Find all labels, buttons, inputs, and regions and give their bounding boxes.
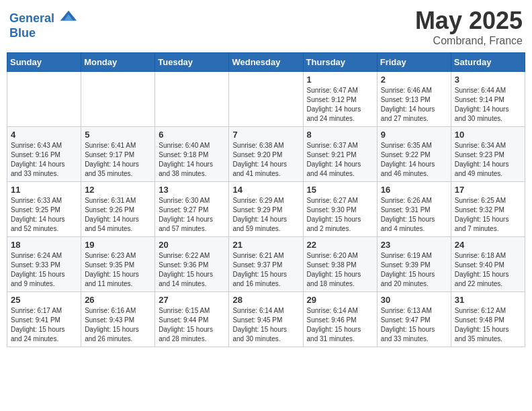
calendar-cell: 7Sunrise: 6:38 AM Sunset: 9:20 PM Daylig… <box>229 127 303 182</box>
calendar-cell: 2Sunrise: 6:46 AM Sunset: 9:13 PM Daylig… <box>377 72 451 127</box>
weekday-header-monday: Monday <box>81 53 155 72</box>
day-info: Sunrise: 6:41 AM Sunset: 9:17 PM Dayligh… <box>85 141 151 179</box>
calendar-cell: 29Sunrise: 6:14 AM Sunset: 9:46 PM Dayli… <box>303 292 377 347</box>
calendar-cell: 26Sunrise: 6:16 AM Sunset: 9:43 PM Dayli… <box>81 292 155 347</box>
calendar-week-4: 18Sunrise: 6:24 AM Sunset: 9:33 PM Dayli… <box>7 237 525 292</box>
day-info: Sunrise: 6:38 AM Sunset: 9:20 PM Dayligh… <box>232 141 299 179</box>
day-info: Sunrise: 6:34 AM Sunset: 9:23 PM Dayligh… <box>455 141 521 179</box>
day-number: 13 <box>159 185 225 195</box>
day-number: 30 <box>381 295 447 305</box>
calendar-cell: 10Sunrise: 6:34 AM Sunset: 9:23 PM Dayli… <box>451 127 525 182</box>
calendar-cell: 18Sunrise: 6:24 AM Sunset: 9:33 PM Dayli… <box>7 237 81 292</box>
calendar-cell: 8Sunrise: 6:37 AM Sunset: 9:21 PM Daylig… <box>303 127 377 182</box>
day-info: Sunrise: 6:35 AM Sunset: 9:22 PM Dayligh… <box>381 141 447 179</box>
day-number: 8 <box>307 130 373 140</box>
calendar-cell: 24Sunrise: 6:18 AM Sunset: 9:40 PM Dayli… <box>451 237 525 292</box>
day-info: Sunrise: 6:22 AM Sunset: 9:36 PM Dayligh… <box>159 251 225 289</box>
logo-icon <box>59 8 78 27</box>
day-number: 24 <box>455 240 521 250</box>
weekday-header-sunday: Sunday <box>7 53 81 72</box>
day-number: 26 <box>85 295 151 305</box>
calendar-cell: 14Sunrise: 6:29 AM Sunset: 9:29 PM Dayli… <box>229 182 303 237</box>
day-number: 12 <box>85 185 151 195</box>
calendar-cell <box>81 72 155 127</box>
day-info: Sunrise: 6:15 AM Sunset: 9:44 PM Dayligh… <box>159 306 225 344</box>
day-number: 20 <box>159 240 225 250</box>
day-info: Sunrise: 6:27 AM Sunset: 9:30 PM Dayligh… <box>307 196 373 234</box>
day-info: Sunrise: 6:20 AM Sunset: 9:38 PM Dayligh… <box>307 251 373 289</box>
day-info: Sunrise: 6:17 AM Sunset: 9:41 PM Dayligh… <box>11 306 77 344</box>
calendar-week-1: 1Sunrise: 6:47 AM Sunset: 9:12 PM Daylig… <box>7 72 525 127</box>
day-number: 16 <box>381 185 447 195</box>
day-info: Sunrise: 6:44 AM Sunset: 9:14 PM Dayligh… <box>455 86 521 124</box>
calendar-cell: 15Sunrise: 6:27 AM Sunset: 9:30 PM Dayli… <box>303 182 377 237</box>
day-info: Sunrise: 6:47 AM Sunset: 9:12 PM Dayligh… <box>307 86 373 124</box>
calendar-cell: 25Sunrise: 6:17 AM Sunset: 9:41 PM Dayli… <box>7 292 81 347</box>
day-number: 2 <box>381 75 447 85</box>
day-info: Sunrise: 6:26 AM Sunset: 9:31 PM Dayligh… <box>381 196 447 234</box>
calendar-cell: 3Sunrise: 6:44 AM Sunset: 9:14 PM Daylig… <box>451 72 525 127</box>
weekday-header-saturday: Saturday <box>451 53 525 72</box>
day-number: 22 <box>307 240 373 250</box>
calendar-cell: 30Sunrise: 6:13 AM Sunset: 9:47 PM Dayli… <box>377 292 451 347</box>
calendar-cell: 12Sunrise: 6:31 AM Sunset: 9:26 PM Dayli… <box>81 182 155 237</box>
day-number: 18 <box>11 240 77 250</box>
day-number: 7 <box>232 130 299 140</box>
calendar-cell: 19Sunrise: 6:23 AM Sunset: 9:35 PM Dayli… <box>81 237 155 292</box>
day-info: Sunrise: 6:14 AM Sunset: 9:46 PM Dayligh… <box>307 306 373 344</box>
calendar-week-3: 11Sunrise: 6:33 AM Sunset: 9:25 PM Dayli… <box>7 182 525 237</box>
title-block: May 2025 Combrand, France <box>415 7 523 47</box>
day-info: Sunrise: 6:33 AM Sunset: 9:25 PM Dayligh… <box>11 196 77 234</box>
calendar-table: SundayMondayTuesdayWednesdayThursdayFrid… <box>7 52 525 347</box>
day-info: Sunrise: 6:30 AM Sunset: 9:27 PM Dayligh… <box>159 196 225 234</box>
day-number: 1 <box>307 75 373 85</box>
calendar-cell: 5Sunrise: 6:41 AM Sunset: 9:17 PM Daylig… <box>81 127 155 182</box>
day-number: 4 <box>11 130 77 140</box>
day-info: Sunrise: 6:37 AM Sunset: 9:21 PM Dayligh… <box>307 141 373 179</box>
day-number: 17 <box>455 185 521 195</box>
day-number: 10 <box>455 130 521 140</box>
weekday-header-tuesday: Tuesday <box>155 53 229 72</box>
day-info: Sunrise: 6:29 AM Sunset: 9:29 PM Dayligh… <box>232 196 299 234</box>
logo: General Blue <box>9 11 78 40</box>
day-number: 23 <box>381 240 447 250</box>
day-info: Sunrise: 6:24 AM Sunset: 9:33 PM Dayligh… <box>11 251 77 289</box>
logo-blue: Blue <box>9 27 78 40</box>
day-number: 31 <box>455 295 521 305</box>
day-info: Sunrise: 6:18 AM Sunset: 9:40 PM Dayligh… <box>455 251 521 289</box>
location: Combrand, France <box>415 35 523 47</box>
calendar-cell: 23Sunrise: 6:19 AM Sunset: 9:39 PM Dayli… <box>377 237 451 292</box>
month-title: May 2025 <box>415 7 523 35</box>
calendar-cell: 9Sunrise: 6:35 AM Sunset: 9:22 PM Daylig… <box>377 127 451 182</box>
day-number: 19 <box>85 240 151 250</box>
day-number: 9 <box>381 130 447 140</box>
day-number: 14 <box>232 185 299 195</box>
day-number: 27 <box>159 295 225 305</box>
calendar-week-2: 4Sunrise: 6:43 AM Sunset: 9:16 PM Daylig… <box>7 127 525 182</box>
calendar-cell: 4Sunrise: 6:43 AM Sunset: 9:16 PM Daylig… <box>7 127 81 182</box>
day-number: 21 <box>232 240 299 250</box>
day-info: Sunrise: 6:14 AM Sunset: 9:45 PM Dayligh… <box>232 306 299 344</box>
day-number: 15 <box>307 185 373 195</box>
day-info: Sunrise: 6:43 AM Sunset: 9:16 PM Dayligh… <box>11 141 77 179</box>
day-number: 29 <box>307 295 373 305</box>
day-info: Sunrise: 6:46 AM Sunset: 9:13 PM Dayligh… <box>381 86 447 124</box>
calendar-cell: 13Sunrise: 6:30 AM Sunset: 9:27 PM Dayli… <box>155 182 229 237</box>
day-info: Sunrise: 6:19 AM Sunset: 9:39 PM Dayligh… <box>381 251 447 289</box>
day-info: Sunrise: 6:12 AM Sunset: 9:48 PM Dayligh… <box>455 306 521 344</box>
day-info: Sunrise: 6:23 AM Sunset: 9:35 PM Dayligh… <box>85 251 151 289</box>
calendar-cell: 17Sunrise: 6:25 AM Sunset: 9:32 PM Dayli… <box>451 182 525 237</box>
calendar-week-5: 25Sunrise: 6:17 AM Sunset: 9:41 PM Dayli… <box>7 292 525 347</box>
calendar-cell: 31Sunrise: 6:12 AM Sunset: 9:48 PM Dayli… <box>451 292 525 347</box>
day-number: 11 <box>11 185 77 195</box>
calendar-cell: 27Sunrise: 6:15 AM Sunset: 9:44 PM Dayli… <box>155 292 229 347</box>
logo-text: General <box>9 11 78 27</box>
day-number: 6 <box>159 130 225 140</box>
calendar-cell: 6Sunrise: 6:40 AM Sunset: 9:18 PM Daylig… <box>155 127 229 182</box>
day-number: 28 <box>232 295 299 305</box>
day-info: Sunrise: 6:31 AM Sunset: 9:26 PM Dayligh… <box>85 196 151 234</box>
day-info: Sunrise: 6:13 AM Sunset: 9:47 PM Dayligh… <box>381 306 447 344</box>
weekday-header-row: SundayMondayTuesdayWednesdayThursdayFrid… <box>7 53 525 72</box>
calendar-cell <box>155 72 229 127</box>
calendar-cell: 20Sunrise: 6:22 AM Sunset: 9:36 PM Dayli… <box>155 237 229 292</box>
